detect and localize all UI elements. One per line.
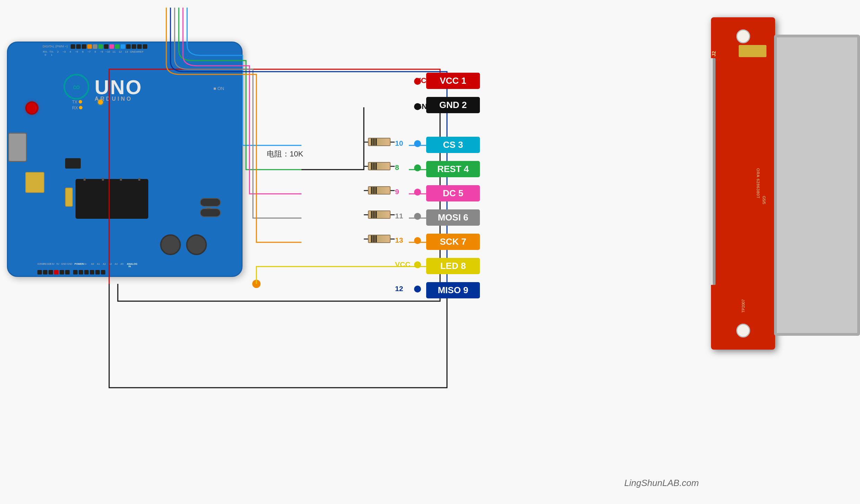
badge-row-vcc1: VCC 1 <box>426 73 480 89</box>
arduino-logo: ∞ <box>63 74 89 100</box>
on-label: ■ ON <box>213 86 224 91</box>
dot-led <box>414 261 421 268</box>
pin-13-label: 13 <box>395 236 403 244</box>
main-chip <box>76 179 148 219</box>
tp2007-label: TP2007 <box>741 299 745 313</box>
resistor-sck <box>364 235 395 243</box>
dc5-badge: DC 5 <box>426 185 480 201</box>
bottom-pin-labels: IOREF RESET 3.3V 5V GND GND POWER Vin A0… <box>37 263 169 268</box>
pin-12-label: 12 <box>395 285 403 293</box>
reset-button[interactable] <box>25 101 38 115</box>
dot-cs <box>414 140 421 147</box>
dot-dc <box>414 189 421 196</box>
pin-11-label: 11 <box>395 212 403 220</box>
mosi6-badge: MOSI 6 <box>426 209 480 226</box>
badge-row-sck7: SCK 7 <box>426 234 480 250</box>
tft-pcb: J2 ORA 6286380T G5/5 TP2007 <box>711 17 775 350</box>
resistor-cs <box>364 138 395 146</box>
small-chip-1 <box>65 158 81 169</box>
mount-hole-top <box>736 29 750 43</box>
tx-rx-labels: TX RX <box>72 100 82 110</box>
usb-port <box>8 133 27 162</box>
l-led <box>98 100 103 105</box>
pin-9-label: 9 <box>395 188 399 196</box>
resistor-rest <box>364 162 395 170</box>
mount-hole-bottom <box>736 324 750 338</box>
resistor-dc <box>364 186 395 195</box>
badge-row-rest4: REST 4 <box>426 161 480 177</box>
inductors <box>200 198 221 217</box>
j2-label: J2 <box>711 51 717 56</box>
dot-mosi <box>414 213 421 220</box>
dot-rest <box>414 164 421 171</box>
pcb-text2: G5/5 <box>762 196 766 204</box>
pin-vcc-led-label: VCC <box>395 260 410 269</box>
pin-labels: RX-0 TX-1 2 ~3 4 ~5 6 ~7 8 ~9 ~10 11 12 … <box>43 50 231 56</box>
dot-miso <box>414 286 421 292</box>
badge-row-mosi6: MOSI 6 <box>426 209 480 226</box>
rest4-badge: REST 4 <box>426 161 480 177</box>
pcb-text: ORA 6286380T <box>756 168 760 199</box>
dot-gnd <box>414 103 421 110</box>
main-container: DIGITAL (PWM ~) <box>0 0 860 504</box>
control-buttons <box>160 234 207 255</box>
badge-row-led8: LED 8 <box>426 258 480 274</box>
yellow-component <box>739 45 766 57</box>
tft-module: J2 ORA 6286380T G5/5 TP2007 <box>711 17 860 350</box>
sck7-badge: SCK 7 <box>426 234 480 250</box>
resistor-area-label: 电阻：10K <box>267 149 303 159</box>
power-connector <box>25 172 44 193</box>
arduino-board: DIGITAL (PWM ~) <box>7 42 243 277</box>
resistor-mosi <box>364 210 395 219</box>
led8-badge: LED 8 <box>426 258 480 274</box>
power-pins <box>37 268 169 276</box>
cs3-badge: CS 3 <box>426 137 480 153</box>
gnd2-badge: GND 2 <box>426 97 480 113</box>
miso9-badge: MISO 9 <box>426 282 480 298</box>
tft-screen <box>774 35 860 336</box>
watermark: LingShunLAB.com <box>624 478 699 488</box>
tft-screen-display <box>777 37 857 333</box>
pin-10-label: 10 <box>395 139 403 147</box>
dot-sck <box>414 237 421 244</box>
pin-strip <box>709 58 716 285</box>
vcc1-badge: VCC 1 <box>426 73 480 89</box>
uno-text: UNO ARDUINO <box>95 75 142 102</box>
badge-row-dc5: DC 5 <box>426 185 480 201</box>
badge-row-gnd2: GND 2 <box>426 97 480 113</box>
badge-row-miso9: MISO 9 <box>426 282 480 298</box>
pin-8-label: 8 <box>395 163 399 172</box>
crystal-oscillator <box>65 188 73 207</box>
svg-point-0 <box>252 280 261 288</box>
digital-pins-strip: DIGITAL (PWM ~) <box>43 43 231 50</box>
dot-vcc <box>414 78 421 85</box>
badge-row-cs3: CS 3 <box>426 137 480 153</box>
